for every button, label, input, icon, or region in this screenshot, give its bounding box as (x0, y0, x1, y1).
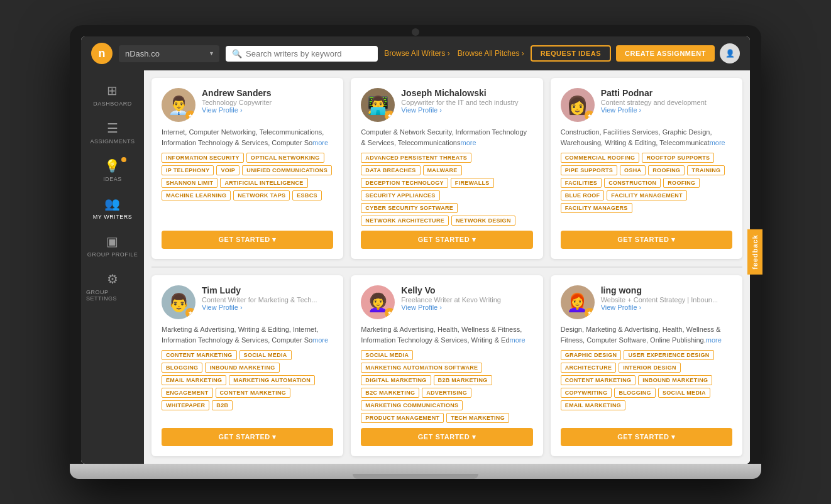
writer-tag[interactable]: BLOGGING (614, 388, 655, 398)
writer-tag[interactable]: INBOUND MARKETING (638, 375, 712, 385)
writer-tag[interactable]: VOIP (216, 165, 239, 175)
writer-tag[interactable]: MARKETING AUTOMATION (229, 375, 315, 385)
get-started-button[interactable]: GET STARTED (561, 231, 732, 249)
writer-tag[interactable]: ADVERTISING (422, 388, 471, 398)
browse-pitches-link[interactable]: Browse All Pitches (458, 49, 524, 58)
writer-tag[interactable]: SECURITY APPLIANCES (361, 190, 439, 200)
writer-tag[interactable]: GRAPHIC DESIGN (561, 350, 622, 360)
view-profile-link[interactable]: View Profile (601, 304, 732, 311)
writer-tag[interactable]: NETWORK TAPS (233, 190, 290, 200)
more-link[interactable]: more (312, 336, 328, 344)
view-profile-link[interactable]: View Profile (202, 106, 333, 114)
writer-tag[interactable]: ROOFTOP SUPPORTS (642, 153, 714, 163)
writer-tag[interactable]: IP TELEPHONY (162, 165, 214, 175)
view-profile-link[interactable]: View Profile (401, 304, 532, 311)
writer-tag[interactable]: PRODUCT MANAGEMENT (361, 413, 444, 423)
sidebar-label-dashboard: DASHBOARD (93, 101, 132, 107)
main-layout: ⊞ DASHBOARD ☰ ASSIGNMENTS 💡 IDEAS 👥 (81, 70, 750, 464)
get-started-button[interactable]: GET STARTED (361, 428, 532, 446)
view-profile-link[interactable]: View Profile (401, 106, 532, 114)
writer-tag[interactable]: INFORMATION SECURITY (162, 153, 244, 163)
view-profile-link[interactable]: View Profile (601, 106, 732, 114)
writer-tag[interactable]: B2B (212, 400, 233, 410)
more-link[interactable]: more (510, 336, 526, 344)
writer-tag[interactable]: ARTIFICIAL INTELLIGENCE (220, 178, 307, 188)
writer-name: Tim Ludy (202, 285, 333, 295)
writer-tag[interactable]: OPTICAL NETWORKING (246, 153, 324, 163)
writer-tag[interactable]: COMMERCIAL ROOFING (561, 153, 640, 163)
writer-tag[interactable]: B2B MARKETING (434, 375, 492, 385)
view-profile-link[interactable]: View Profile (202, 304, 333, 311)
writer-tag[interactable]: NETWORK DESIGN (451, 216, 515, 226)
more-link[interactable]: more (710, 139, 725, 146)
writer-tag[interactable]: ENGAGEMENT (162, 388, 213, 398)
writer-tag[interactable]: CONTENT MARKETING (216, 388, 291, 398)
writer-tag[interactable]: ADVANCED PERSISTENT THREATS (361, 153, 471, 163)
writer-tag[interactable]: EMAIL MARKETING (162, 375, 226, 385)
company-select[interactable]: nDash.co (119, 45, 219, 62)
sidebar-item-group-settings[interactable]: ⚙ GROUP SETTINGS (81, 265, 144, 308)
sidebar-item-dashboard[interactable]: ⊞ DASHBOARD (81, 77, 144, 113)
writer-tag[interactable]: BLUE ROOF (561, 190, 605, 200)
writer-tag[interactable]: MACHINE LEARNING (162, 190, 231, 200)
writer-tag[interactable]: OSHA (620, 165, 646, 175)
writer-tag[interactable]: SOCIAL MEDIA (361, 350, 413, 360)
writer-tag[interactable]: MARKETING COMMUNICATIONS (361, 400, 463, 410)
sidebar-item-group-profile[interactable]: ▣ GROUP PROFILE (81, 227, 144, 264)
writer-tag[interactable]: CYBER SECURITY SOFTWARE (361, 203, 458, 213)
get-started-button[interactable]: GET STARTED (162, 428, 333, 446)
writer-tag[interactable]: DIGITAL MARKETING (361, 375, 431, 385)
writer-tag[interactable]: FACILITY MANAGERS (561, 203, 632, 213)
writer-tag[interactable]: FACILITIES (561, 178, 602, 188)
star-badge: ★ (585, 111, 595, 121)
writer-tag[interactable]: ARCHITECTURE (561, 363, 617, 373)
writer-tag[interactable]: TRAINING (687, 165, 725, 175)
writer-tag[interactable]: CONTENT MARKETING (162, 350, 237, 360)
writer-tag[interactable]: SHANNON LIMIT (162, 178, 217, 188)
writer-tag[interactable]: DECEPTION TECHNOLOGY (361, 178, 448, 188)
browse-writers-link[interactable]: Browse All Writers (384, 49, 449, 58)
writer-tag[interactable]: MARKETING AUTOMATION SOFTWARE (361, 363, 482, 373)
writer-tag[interactable]: ROOFING (663, 178, 700, 188)
writer-tag[interactable]: ESBCS (292, 190, 322, 200)
writer-tag[interactable]: FACILITY MANAGEMENT (607, 190, 687, 200)
writer-tag[interactable]: USER EXPERIENCE DESIGN (624, 350, 713, 360)
sidebar-item-assignments[interactable]: ☰ ASSIGNMENTS (81, 114, 144, 151)
writer-tag[interactable]: FIREWALLS (451, 178, 494, 188)
get-started-button[interactable]: GET STARTED (561, 428, 732, 446)
writer-tag[interactable]: WHITEPAPER (162, 400, 209, 410)
sidebar-item-my-writers[interactable]: 👥 MY WRITERS (81, 190, 144, 226)
writer-tag[interactable]: DATA BREACHES (361, 165, 420, 175)
writer-tag[interactable]: UNIFIED COMMUNICATIONS (242, 165, 332, 175)
feedback-tab[interactable]: feedback (747, 229, 762, 275)
sidebar-item-ideas[interactable]: 💡 IDEAS (81, 152, 144, 189)
writer-tag[interactable]: SOCIAL MEDIA (658, 388, 710, 398)
writer-tag[interactable]: CONTENT MARKETING (561, 375, 636, 385)
writer-tag[interactable]: PIPE SUPPORTS (561, 165, 617, 175)
writer-tag[interactable]: NETWORK ARCHITECTURE (361, 216, 449, 226)
writer-tag[interactable]: B2C MARKETING (361, 388, 419, 398)
writer-avatar: 👨 ★ (162, 285, 195, 319)
writer-tag[interactable]: MALWARE (423, 165, 462, 175)
writer-tag[interactable]: TECH MARKETING (446, 413, 509, 423)
create-assignment-button[interactable]: CREATE ASSIGNMENT (616, 45, 715, 62)
request-ideas-button[interactable]: REQUEST IDEAS (531, 45, 611, 62)
more-link[interactable]: more (460, 139, 476, 146)
search-input[interactable] (246, 49, 371, 58)
writer-tag[interactable]: SOCIAL MEDIA (239, 350, 292, 360)
get-started-button[interactable]: GET STARTED (162, 231, 333, 249)
writer-info: Andrew Sanders Technology Copywriter Vie… (202, 88, 333, 114)
search-icon: 🔍 (232, 49, 242, 58)
writer-tag[interactable]: EMAIL MARKETING (561, 400, 625, 410)
writer-tag[interactable]: INTERIOR DESIGN (619, 363, 681, 373)
user-avatar[interactable]: 👤 (720, 43, 740, 63)
writer-tag[interactable]: BLOGGING (162, 363, 202, 373)
get-started-button[interactable]: GET STARTED (361, 231, 532, 249)
writer-tag[interactable]: ROOFING (648, 165, 685, 175)
more-link[interactable]: more (706, 336, 722, 344)
writer-tag[interactable]: COPYWRITING (561, 388, 612, 398)
writer-tag[interactable]: CONSTRUCTION (604, 178, 661, 188)
more-link[interactable]: more (312, 139, 328, 146)
writer-tag[interactable]: INBOUND MARKETING (205, 363, 279, 373)
writer-title: Content strategy and development (601, 99, 732, 106)
